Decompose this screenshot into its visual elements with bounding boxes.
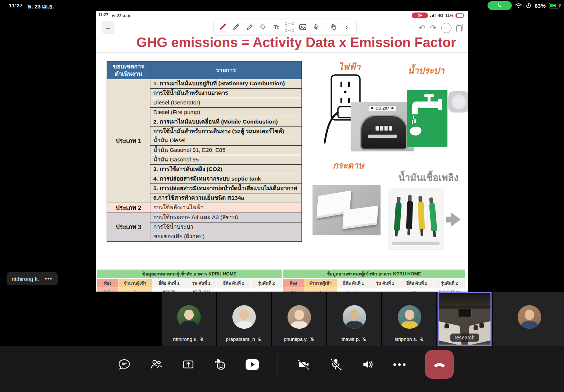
pencil-icon	[232, 23, 240, 31]
participant-name: prapatsara_h	[226, 336, 255, 342]
ipad-screen: 11:27 พ. 23 เม.ย. 63% 11:27 พ. 23 เม.ย. …	[0, 0, 564, 392]
table-row: การใช้น้ำมันสำหรับงานอาคาร	[150, 88, 302, 98]
participant-name: ritthirong k.	[173, 336, 198, 342]
participant-name: phuntipa y.	[283, 336, 307, 342]
scope-column-header: ขอบเขตการดำเนินงาน	[107, 61, 150, 79]
table-row: น้ำมัน Gasohol 91, E20, E85	[150, 146, 302, 155]
undo-button[interactable]: ↶	[419, 24, 425, 32]
participant-name: thawit p.	[342, 336, 360, 342]
table-row: Diesel (Generator)	[150, 98, 302, 107]
fuel-nozzle	[406, 200, 413, 229]
more-controls-button[interactable]	[393, 358, 406, 371]
header-cell: ห้อง	[97, 279, 118, 288]
table-row: น้ำมัน Diesel	[150, 136, 302, 146]
battery-percent: 63%	[535, 3, 546, 9]
table-row: Diesel (Fire pump)	[150, 107, 302, 117]
status-date: พ. 23 เม.ย.	[28, 2, 54, 11]
reactions-button[interactable]	[214, 358, 227, 371]
participant-tile[interactable]: phuntipa y.	[272, 292, 326, 346]
participant-tile-active-speaker[interactable]: research	[438, 292, 492, 346]
participant-menu-button[interactable]: •••	[45, 276, 53, 282]
scope2-label: ประเภท 2	[107, 203, 150, 213]
screen-share-view: 11:27 พ. 23 เม.ย. 4G 11% ← GHG emissions…	[96, 11, 468, 292]
avatar	[232, 305, 256, 329]
pencil-tool-button[interactable]	[232, 21, 241, 32]
mic-off-icon	[362, 337, 367, 342]
youtube-button[interactable]	[246, 358, 259, 371]
participant-tile[interactable]: ritthirong k.	[162, 292, 216, 346]
avatar	[288, 305, 311, 329]
audio-record-button[interactable]	[311, 21, 321, 32]
camera-off-button[interactable]	[297, 358, 310, 371]
table-row: การใช้พลังงานไฟฟ้า	[150, 203, 302, 213]
cellular-signal-icon	[430, 14, 436, 17]
recording-indicator[interactable]	[412, 13, 428, 18]
participant-tile[interactable]: prapatsara_h	[217, 292, 271, 346]
participant-tile[interactable]	[493, 292, 564, 346]
header-cell: ยี่ห้อ คันที่ 2	[400, 279, 433, 288]
ellipsis-icon	[393, 363, 406, 366]
ellipsis-icon: ⋯	[443, 25, 449, 31]
status-time: 11:27	[9, 2, 23, 11]
annotation-toolbar: Tt ›	[214, 19, 356, 35]
end-call-handset-icon	[431, 356, 447, 373]
electric-meter-photo: CU.207	[351, 102, 414, 151]
cell: Toyota	[337, 288, 370, 292]
chat-button[interactable]	[118, 358, 131, 371]
table-row: 3. การใช้สารดับเพลิง (CO2)	[150, 165, 302, 174]
active-call-pill[interactable]	[488, 1, 512, 10]
highlighter-tool-button[interactable]	[245, 21, 254, 32]
redo-button[interactable]: ↷	[430, 24, 436, 32]
cell: 201	[97, 288, 118, 292]
share-screen-icon	[182, 358, 195, 371]
avatar	[177, 305, 201, 329]
pump-base	[392, 242, 440, 245]
back-arrow-icon: ←	[104, 23, 112, 32]
network-type: 4G	[438, 13, 443, 18]
pen-tool-button[interactable]	[218, 21, 228, 32]
shared-battery-percent: 11%	[446, 13, 453, 18]
chevron-right-icon: ›	[345, 23, 348, 31]
participant-name: siriphon s.	[395, 336, 417, 342]
toolbar-divider	[325, 23, 325, 31]
participant-tile[interactable]: siriphon s.	[382, 292, 436, 346]
gesture-tool-button[interactable]	[329, 21, 338, 32]
image-icon	[299, 23, 307, 31]
vehicle-table-right: ข้อมูลยานพาหนะผู้เข้าพัก อาคาร KPRU HOME…	[282, 269, 465, 292]
cell: PCX 150	[186, 288, 217, 292]
back-button[interactable]: ←	[102, 21, 114, 33]
speaker-button[interactable]	[361, 358, 374, 371]
lasso-select-tool-button[interactable]	[285, 21, 294, 32]
electricity-label: ไฟฟ้า	[339, 60, 361, 74]
mic-off-icon	[329, 357, 342, 371]
insert-image-button[interactable]	[298, 21, 308, 32]
cell: Honda	[152, 288, 186, 292]
faucet-icon	[407, 90, 447, 147]
people-icon	[150, 358, 163, 371]
water-tap-sign	[407, 90, 447, 147]
screw-icon	[371, 107, 373, 109]
header-cell: จำนวนผู้เข้า	[118, 279, 152, 288]
share-screen-button[interactable]	[182, 358, 195, 371]
mic-off-button[interactable]	[329, 358, 342, 371]
meter-window	[360, 115, 408, 150]
assistive-touch-button[interactable]	[448, 91, 468, 113]
table-row: การใช้น้ำมันสำหรับการเดินทาง (รถตู้ รถมอ…	[150, 126, 302, 136]
pages-button[interactable]	[456, 24, 463, 32]
toolbar-expand-button[interactable]: ›	[342, 21, 351, 32]
fuel-label: น้ำมันเชื้อเพลิง	[398, 170, 458, 185]
participants-button[interactable]	[150, 358, 163, 371]
table-row: 4. การปล่อยสารมีเทนจากระบบ septic tank	[150, 174, 302, 184]
eraser-icon	[259, 23, 267, 31]
end-call-button[interactable]	[425, 350, 454, 379]
header-cell: ยี่ห้อ คันที่ 1	[337, 279, 370, 288]
cell: 1	[304, 288, 337, 292]
pinned-participant-label[interactable]: ritthirong k. •••	[7, 272, 58, 285]
header-cell: จำนวนผู้เข้า	[304, 279, 337, 288]
participant-tile[interactable]: thawit p.	[327, 292, 381, 346]
text-tool-button[interactable]: Tt	[271, 21, 281, 32]
fuel-nozzle	[418, 201, 425, 230]
eraser-tool-button[interactable]	[258, 21, 268, 32]
shared-device-status: 11:27 พ. 23 เม.ย.	[98, 13, 131, 19]
more-options-button[interactable]: ⋯	[441, 23, 451, 33]
